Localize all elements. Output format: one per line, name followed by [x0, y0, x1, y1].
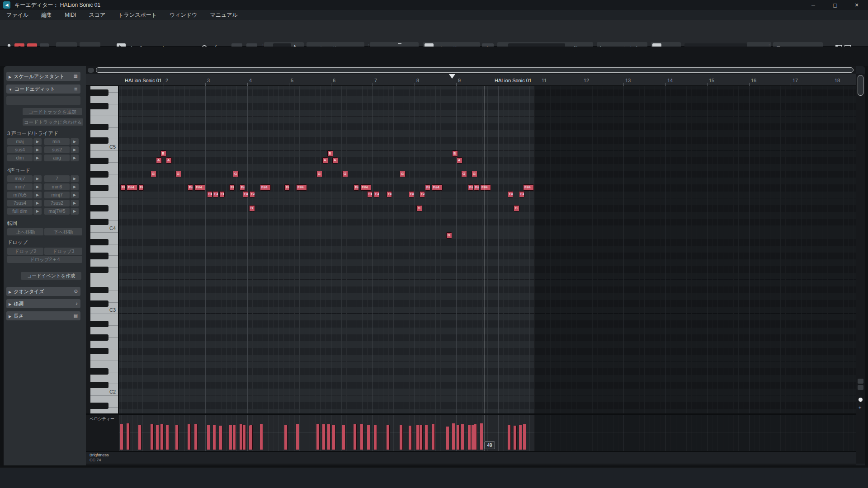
hscroll-left-button[interactable] [88, 68, 94, 73]
chord-play-button[interactable]: ▶ [71, 208, 79, 215]
note-icon: ♪ [75, 299, 78, 308]
chord-type-button[interactable]: min. [44, 138, 70, 145]
chord-type-button[interactable]: 7sus2 [44, 200, 70, 206]
drop-label: ドロップ [7, 239, 28, 246]
maximize-button[interactable]: ▢ [825, 0, 845, 10]
chord-type-button[interactable]: 7 [44, 175, 70, 182]
drop2-button[interactable]: ドロップ2 [7, 248, 43, 255]
controller-name: Brightness [90, 453, 109, 457]
chord-play-button[interactable]: ▶ [71, 155, 79, 161]
inspector-sidebar: ▶スケールアシスタント ▦ ▼コードエディット ≣ -- コードトラックを追加 … [4, 66, 86, 465]
menu-item[interactable]: MIDI [65, 12, 76, 18]
drop3-button[interactable]: ドロップ3 [44, 248, 82, 255]
chevron-right-icon: ▶ [6, 75, 14, 79]
minimize-button[interactable]: ─ [803, 0, 824, 10]
controller-cc: CC 74 [90, 458, 101, 462]
section-label: コードエディット [14, 86, 55, 92]
create-chord-event-button[interactable]: コードイベントを作成 [21, 272, 81, 280]
chevron-right-icon: ▶ [6, 290, 14, 294]
chord-type-button[interactable]: min7 [7, 183, 33, 190]
move-up-button[interactable]: 上へ移動 [7, 228, 43, 235]
vertical-scrollbar[interactable] [858, 75, 863, 96]
cubase-key-editor-window: ◀ キーエディター： HALion Sonic 01 ─ ▢ ✕ ファイル編集M… [0, 0, 868, 488]
zoom-plus-button[interactable]: + [859, 405, 861, 410]
drop2-4-button[interactable]: ドロップ2 + 4 [7, 256, 82, 263]
status-line: 選択オブジェクトなし [0, 47, 868, 66]
ruler[interactable] [86, 74, 856, 86]
chord-type-button[interactable]: m7/b5 [7, 192, 33, 198]
chord-play-button[interactable]: ▶ [33, 138, 42, 145]
scale-grid-icon: ▦ [74, 72, 78, 81]
chord-play-button[interactable]: ▶ [71, 146, 79, 153]
chord-type-button[interactable]: dim [7, 155, 33, 161]
current-chord-display: -- [6, 96, 80, 105]
inversions-label: 転回 [7, 220, 17, 227]
chord-play-button[interactable]: ▶ [71, 175, 79, 182]
section-transpose[interactable]: ▶移調 ♪ [6, 299, 80, 308]
section-label: スケールアシスタント [14, 74, 64, 79]
cubase-app-icon: ◀ [3, 1, 10, 9]
section-label: 長さ [14, 313, 24, 319]
section-chord-editing[interactable]: ▼コードエディット ≣ [6, 84, 80, 94]
horizontal-scrollbar[interactable] [96, 67, 854, 73]
menu-item[interactable]: トランスポート [118, 11, 157, 19]
toolbar: S ● ◐ ⌂ ✛ ⇆ I ✎ ◆ / ✂ ∪ ✕ ╱ ≫ ∩ ⋮ ↓ 100 … [0, 20, 868, 47]
menubar: ファイル編集MIDIスコアトランスポートウィンドウマニュアル [0, 10, 868, 20]
menu-item[interactable]: ファイル [6, 11, 28, 19]
tetrads-label: 4声コード [7, 167, 30, 174]
titlebar[interactable]: ◀ キーエディター： HALion Sonic 01 ─ ▢ ✕ [0, 0, 868, 10]
chord-play-button[interactable]: ▶ [71, 183, 79, 190]
chord-play-button[interactable]: ▶ [33, 208, 42, 215]
section-length[interactable]: ▶長さ ▤ [6, 311, 80, 320]
section-quantize[interactable]: ▶クオンタイズ ⊙ [6, 287, 80, 296]
chord-type-button[interactable]: maj7/#5 [44, 208, 70, 215]
chord-type-button[interactable]: sus2 [44, 146, 70, 153]
window-title: キーエディター： HALion Sonic 01 [14, 1, 100, 9]
section-label: クオンタイズ [14, 289, 44, 294]
chord-play-button[interactable]: ▶ [33, 200, 42, 206]
windows-taskbar: 29°C 晴れ時々くもり 検索 [0, 468, 868, 488]
chord-type-button[interactable]: maj [7, 138, 33, 145]
list-icon: ≣ [74, 84, 78, 94]
zoom-preset-button[interactable] [858, 385, 863, 390]
chord-type-button[interactable]: 7sus4 [7, 200, 33, 206]
quantize-icon: ⊙ [74, 287, 78, 296]
match-with-chord-track-button[interactable]: コードトラックに合わせる [23, 118, 83, 126]
move-down-button[interactable]: 下へ移動 [44, 228, 82, 235]
chevron-right-icon: ▶ [6, 314, 14, 319]
menu-item[interactable]: ウィンドウ [170, 11, 197, 19]
chord-type-button[interactable]: min6 [44, 183, 70, 190]
chord-type-button[interactable]: aug [44, 155, 70, 161]
chord-type-button[interactable]: maj7 [7, 175, 33, 182]
triads-label: 3 声コード/トライアド [7, 130, 58, 137]
velocity-lane-label: ベロシティー [90, 416, 114, 422]
controller-lane-selector[interactable]: Brightness CC 74 [86, 452, 856, 464]
menu-item[interactable]: スコア [89, 11, 105, 19]
section-label: 移調 [14, 301, 24, 306]
chord-play-button[interactable]: ▶ [71, 138, 79, 145]
piano-roll-area [86, 66, 856, 465]
menu-item[interactable]: 編集 [41, 11, 52, 19]
chord-play-button[interactable]: ▶ [71, 192, 79, 198]
chord-type-button[interactable]: sus4 [7, 146, 33, 153]
chord-play-button[interactable]: ▶ [33, 192, 42, 198]
chord-play-button[interactable]: ▶ [33, 183, 42, 190]
zoom-preset-button[interactable] [858, 379, 863, 384]
menu-item[interactable]: マニュアル [210, 11, 237, 19]
chevron-down-icon: ▼ [6, 88, 14, 92]
chevron-right-icon: ▶ [6, 302, 14, 306]
section-scale-assistant[interactable]: ▶スケールアシスタント ▦ [6, 72, 80, 81]
chord-play-button[interactable]: ▶ [33, 175, 42, 182]
zoom-knob[interactable] [859, 398, 863, 402]
chord-type-button[interactable]: minj7 [44, 192, 70, 198]
length-icon: ▤ [74, 311, 78, 320]
chord-play-button[interactable]: ▶ [71, 200, 79, 206]
lane-splitter[interactable] [86, 413, 856, 415]
add-chord-track-button[interactable]: コードトラックを追加 [23, 108, 82, 115]
chord-type-button[interactable]: full dim [7, 208, 33, 215]
close-button[interactable]: ✕ [846, 0, 867, 10]
chord-play-button[interactable]: ▶ [33, 146, 42, 153]
chord-play-button[interactable]: ▶ [33, 155, 42, 161]
